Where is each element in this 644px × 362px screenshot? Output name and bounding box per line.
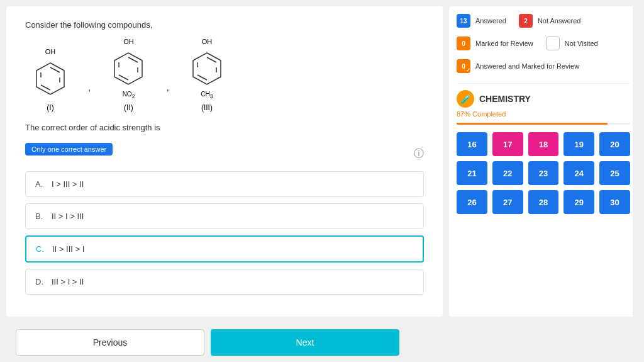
- compound-3: OH CH3 (III): [188, 38, 226, 112]
- compounds-container: OH (I) , OH: [31, 38, 424, 112]
- compound-3-sub-bottom: CH3: [201, 91, 213, 99]
- marked-label: Marked for Review: [475, 40, 533, 47]
- badge-row: Only one correct answer ⓘ: [25, 143, 424, 165]
- answered-label: Answered: [475, 17, 506, 25]
- legend-not-answered: 2 Not Answered: [519, 14, 580, 28]
- q-btn-29[interactable]: 29: [564, 190, 594, 214]
- compound-3-svg: [188, 47, 226, 91]
- option-a-text: I > III > II: [52, 179, 84, 189]
- question-panel: Consider the following compounds, OH (I)…: [6, 6, 443, 317]
- progress-text: 87% Completed: [457, 110, 630, 118]
- option-d-letter: D.: [35, 277, 45, 286]
- comma-2: ,: [166, 82, 169, 112]
- compound-2-label: (II): [124, 103, 133, 112]
- not-answered-label: Not Answered: [538, 17, 580, 25]
- option-c-letter: C.: [36, 244, 46, 254]
- q-btn-21[interactable]: 21: [457, 161, 487, 185]
- q-btn-26[interactable]: 26: [457, 190, 487, 214]
- svg-line-13: [197, 75, 207, 80]
- q-btn-23[interactable]: 23: [528, 161, 559, 185]
- info-icon[interactable]: ⓘ: [414, 147, 424, 161]
- option-a-letter: A.: [35, 179, 45, 189]
- legend-row-2: 0 Marked for Review Not Visited: [457, 37, 630, 55]
- compound-3-label: (III): [201, 103, 213, 112]
- compound-2-sub-top: OH: [123, 38, 134, 45]
- option-c[interactable]: C. II > III > I: [25, 235, 424, 263]
- main-container: Consider the following compounds, OH (I)…: [0, 0, 644, 323]
- question-subtext: The correct order of acidic strength is: [25, 122, 424, 134]
- svg-line-11: [207, 57, 216, 62]
- q-btn-19[interactable]: 19: [564, 132, 594, 156]
- answered-badge: 13: [457, 14, 470, 28]
- compound-2-svg: [109, 47, 147, 91]
- compound-1-label: (I): [47, 103, 53, 112]
- progress-bar-fill: [457, 123, 608, 125]
- option-a[interactable]: A. I > III > II: [25, 171, 424, 197]
- q-btn-17[interactable]: 17: [492, 132, 523, 156]
- compound-1-sub: OH: [45, 48, 56, 55]
- option-b[interactable]: B. II > I > III: [25, 203, 424, 229]
- svg-line-3: [41, 85, 50, 90]
- q-btn-27[interactable]: 27: [492, 190, 523, 214]
- right-panel: 13 Answered 2 Not Answered 0 Marked for …: [449, 6, 638, 317]
- q-btn-18[interactable]: 18: [528, 132, 559, 156]
- q-btn-20[interactable]: 20: [599, 132, 630, 156]
- legend-row-1: 13 Answered 2 Not Answered: [457, 14, 630, 33]
- option-d[interactable]: D. III > I > II: [25, 269, 424, 295]
- subject-header: 🧪 CHEMISTRY: [457, 90, 630, 108]
- scrollbar[interactable]: [633, 6, 638, 317]
- option-b-letter: B.: [35, 212, 45, 221]
- q-btn-24[interactable]: 24: [564, 161, 594, 185]
- bottom-bar: Previous Next: [0, 323, 644, 362]
- svg-line-6: [128, 57, 138, 62]
- next-button[interactable]: Next: [211, 329, 399, 356]
- question-text: Consider the following compounds,: [25, 19, 424, 31]
- svg-line-8: [119, 75, 128, 80]
- bottom-spacer: [406, 329, 635, 356]
- answered-marked-badge: 0✓: [457, 59, 470, 73]
- chemistry-icon: 🧪: [457, 90, 474, 108]
- q-btn-16[interactable]: 16: [457, 132, 487, 156]
- prev-button[interactable]: Previous: [16, 329, 204, 356]
- svg-line-1: [50, 67, 60, 72]
- not-visited-badge: [546, 37, 560, 50]
- options-container: A. I > III > II B. II > I > III C. II > …: [25, 171, 424, 295]
- legend-answered: 13 Answered: [457, 14, 506, 28]
- option-c-text: II > III > I: [52, 244, 84, 254]
- not-visited-label: Not Visited: [565, 40, 598, 47]
- q-btn-28[interactable]: 28: [528, 190, 559, 214]
- question-grid: 16 17 18 19 20 21 22 23 24 25 26 27 28 2…: [457, 132, 630, 214]
- only-one-badge: Only one correct answer: [25, 143, 113, 156]
- legend-not-visited: Not Visited: [546, 37, 598, 50]
- q-btn-30[interactable]: 30: [599, 190, 630, 214]
- answered-marked-label: Answered and Marked for Review: [475, 62, 579, 70]
- legend-marked: 0 Marked for Review: [457, 37, 533, 50]
- legend-answered-marked: 0✓ Answered and Marked for Review: [457, 59, 630, 73]
- not-answered-badge: 2: [519, 14, 533, 28]
- compound-1: OH (I): [31, 48, 69, 112]
- q-btn-25[interactable]: 25: [599, 161, 630, 185]
- q-btn-22[interactable]: 22: [492, 161, 523, 185]
- legend-container: 13 Answered 2 Not Answered 0 Marked for …: [457, 14, 630, 84]
- option-d-text: III > I > II: [52, 277, 84, 286]
- progress-bar-container: [457, 123, 630, 125]
- compound-2-sub-bottom: NO2: [123, 91, 135, 99]
- option-b-text: II > I > III: [52, 212, 84, 221]
- compound-2: OH NO2 (II): [109, 38, 147, 112]
- subject-title: CHEMISTRY: [479, 94, 531, 104]
- compound-3-sub-top: OH: [202, 38, 213, 45]
- comma-1: ,: [88, 82, 91, 112]
- marked-badge: 0: [457, 37, 470, 50]
- compound-1-svg: [31, 57, 69, 101]
